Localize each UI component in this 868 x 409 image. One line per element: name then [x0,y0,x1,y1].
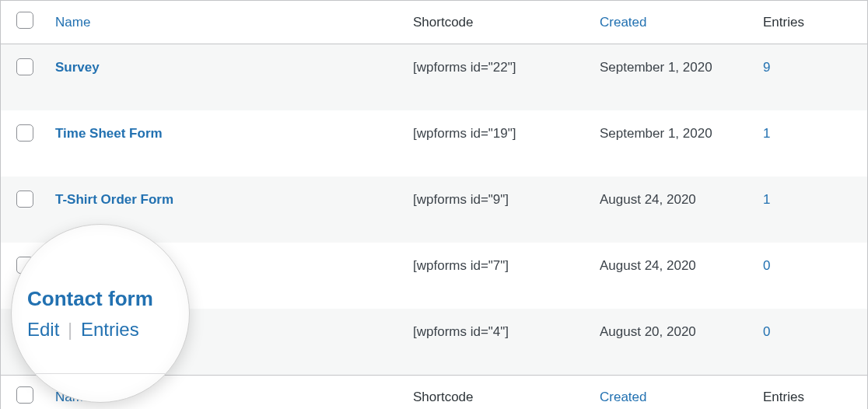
row-checkbox[interactable] [16,58,33,75]
row-checkbox[interactable] [16,124,33,142]
magnifier-lens: Contact form Edit | Entries [11,224,190,403]
footer-shortcode: Shortcode [405,376,592,410]
header-name: Name [47,1,405,44]
table-row: Survey [wpforms id="22"] September 1, 20… [1,44,867,111]
row-checkbox[interactable] [16,191,33,208]
shortcode-text: [wpforms id="22"] [413,60,516,75]
select-all-checkbox-footer[interactable] [16,386,33,404]
created-text: August 20, 2020 [600,324,696,339]
created-text: August 24, 2020 [600,258,696,273]
form-name-link[interactable]: T-Shirt Order Form [55,192,173,207]
shortcode-text: [wpforms id="4"] [413,324,509,339]
magnified-action-entries[interactable]: Entries [81,319,139,340]
footer-entries: Entries [755,376,867,410]
created-text: August 24, 2020 [600,192,696,207]
entries-link[interactable]: 1 [763,126,770,141]
footer-created: Created [592,376,755,410]
shortcode-text: [wpforms id="19"] [413,126,516,141]
entries-link[interactable]: 0 [763,324,770,339]
created-text: September 1, 2020 [600,60,712,75]
shortcode-text: [wpforms id="7"] [413,258,509,273]
separator: | [65,319,75,340]
shortcode-text: [wpforms id="9"] [413,192,509,207]
table-row: Time Sheet Form [wpforms id="19"] Septem… [1,110,867,177]
sort-name-link[interactable]: Name [55,15,90,30]
header-created: Created [592,1,755,44]
entries-link[interactable]: 1 [763,192,770,207]
magnified-divider [12,373,189,374]
entries-link[interactable]: 9 [763,60,770,75]
magnified-form-name[interactable]: Contact form [27,287,189,311]
header-entries: Entries [755,1,867,44]
header-shortcode: Shortcode [405,1,592,44]
entries-link[interactable]: 0 [763,258,770,273]
magnified-row-actions: Edit | Entries [27,319,189,341]
sort-created-link[interactable]: Created [600,15,646,30]
form-name-link[interactable]: Survey [55,60,100,75]
sort-created-link-footer[interactable]: Created [600,390,646,404]
form-name-link[interactable]: Time Sheet Form [55,126,163,141]
select-all-checkbox[interactable] [16,12,33,29]
header-checkbox-cell [1,1,47,44]
magnified-action-edit[interactable]: Edit [27,319,59,340]
table-header-row: Name Shortcode Created Entries [1,1,867,44]
created-text: September 1, 2020 [600,126,712,141]
